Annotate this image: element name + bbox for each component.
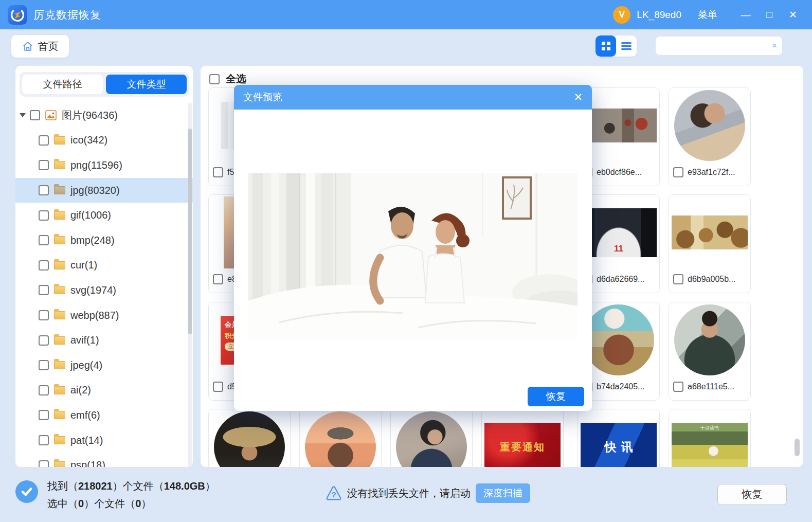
select-all-checkbox[interactable]	[209, 74, 220, 84]
tree-item-avif[interactable]: avif(1)	[15, 328, 193, 353]
tree-checkbox[interactable]	[39, 160, 49, 170]
user-avatar[interactable]: V	[613, 6, 630, 24]
file-card[interactable]: e93af1c72f...	[669, 87, 751, 186]
modal-title: 文件预览	[243, 91, 282, 104]
tree-item-cur[interactable]: cur(1)	[15, 253, 193, 278]
tree-item-label: bmp(248)	[70, 235, 115, 246]
tree-item-label: psp(18)	[70, 459, 105, 467]
app-title: 厉克数据恢复	[33, 8, 101, 22]
modal-recover-button[interactable]: 恢复	[528, 387, 584, 406]
folder-icon	[54, 261, 65, 269]
file-name: a68e111e5...	[688, 382, 734, 391]
tree-item-jpeg[interactable]: jpeg(4)	[15, 353, 193, 378]
thumbnail-food-dishes	[672, 215, 748, 249]
tree-item-gif[interactable]: gif(1006)	[15, 203, 193, 228]
file-name: d6b9a005b...	[688, 275, 735, 284]
file-checkbox[interactable]	[213, 274, 223, 284]
search-input[interactable]	[656, 37, 772, 55]
tree-item-jpg[interactable]: jpg(80320)	[15, 178, 193, 203]
tree-item-images[interactable]: 图片(96436)	[15, 103, 193, 128]
expander-icon[interactable]	[20, 113, 26, 117]
file-checkbox[interactable]	[673, 167, 683, 177]
grid-view-button[interactable]	[596, 35, 616, 57]
tree-checkbox[interactable]	[39, 460, 49, 467]
file-name: d6da62669...	[597, 275, 644, 284]
folder-icon	[54, 461, 65, 467]
list-view-icon	[621, 42, 631, 50]
file-card[interactable]: d6b9a005b...	[669, 194, 751, 293]
folder-icon	[54, 186, 65, 194]
tree-item-ai[interactable]: ai(2)	[15, 378, 193, 403]
found-line: 找到（218021）个文件（148.0GB）	[47, 477, 215, 495]
file-card[interactable]: 十点读书	[669, 409, 751, 467]
tree-item-label: cur(1)	[70, 259, 97, 271]
tree-checkbox[interactable]	[39, 285, 49, 295]
tree-checkbox[interactable]	[39, 235, 49, 245]
tab-file-type[interactable]: 文件类型	[106, 75, 187, 94]
file-card[interactable]	[390, 409, 473, 467]
tree-item-pat[interactable]: pat(14)	[15, 428, 193, 453]
close-button[interactable]: ✕	[784, 9, 802, 21]
tree-item-bmp[interactable]: bmp(248)	[15, 228, 193, 253]
file-card[interactable]: 快讯	[578, 409, 660, 467]
file-card[interactable]: a68e111e5...	[669, 302, 751, 401]
file-checkbox[interactable]	[213, 167, 223, 177]
select-all[interactable]: 全选	[209, 72, 246, 86]
tree-checkbox[interactable]	[39, 385, 49, 395]
tree-checkbox[interactable]	[39, 435, 49, 445]
minimize-button[interactable]: —	[737, 9, 754, 21]
tree-checkbox[interactable]	[39, 335, 49, 346]
thumbnail-notice-banner: 重要通知	[484, 423, 561, 467]
deep-scan-button[interactable]: 深度扫描	[476, 483, 530, 503]
tree-item-label: jpeg(4)	[70, 359, 102, 371]
tree-checkbox[interactable]	[39, 185, 49, 195]
tree-item-webp[interactable]: webp(887)	[15, 303, 193, 328]
menu-button[interactable]: 菜单	[698, 8, 717, 22]
tree-checkbox[interactable]	[39, 210, 49, 221]
tab-file-path[interactable]: 文件路径	[22, 75, 103, 94]
status-bar: 找到（218021）个文件（148.0GB） 选中（0）个文件（0） ? 没有找…	[0, 467, 812, 522]
tree-item-png[interactable]: png(11596)	[15, 153, 193, 178]
recover-button[interactable]: 恢复	[717, 484, 787, 505]
file-name: f5	[227, 168, 234, 177]
thumbnail-news-banner: 快讯	[581, 423, 657, 467]
tree-checkbox-images[interactable]	[30, 110, 40, 120]
file-checkbox[interactable]	[673, 382, 683, 392]
sidebar-scrollbar-thumb[interactable]	[188, 129, 192, 334]
sidebar-scrollbar[interactable]	[188, 103, 192, 467]
tree-checkbox[interactable]	[39, 260, 49, 271]
tree-checkbox[interactable]	[39, 310, 49, 320]
home-icon	[22, 41, 33, 52]
file-name: e93af1c72f...	[688, 168, 735, 177]
home-button[interactable]: 首页	[11, 35, 69, 58]
file-checkbox[interactable]	[673, 274, 683, 284]
tree-item-label: pat(14)	[70, 435, 103, 446]
file-card[interactable]	[299, 409, 382, 467]
tree-item-psp[interactable]: psp(18)	[15, 453, 193, 467]
folder-icon	[54, 336, 65, 345]
check-circle-icon	[15, 480, 38, 503]
tree-item-label: webp(887)	[70, 310, 119, 321]
tree-item-svg[interactable]: svg(1974)	[15, 278, 193, 303]
file-card[interactable]: 重要通知	[481, 409, 564, 467]
file-name: b74da2405...	[597, 382, 644, 391]
tree-checkbox[interactable]	[39, 360, 49, 370]
tree-checkbox[interactable]	[39, 410, 49, 420]
file-checkbox[interactable]	[213, 382, 223, 392]
tree-checkbox[interactable]	[39, 135, 49, 146]
tree-item-ico[interactable]: ico(342)	[15, 128, 193, 153]
results-scrollbar-thumb[interactable]	[795, 439, 800, 456]
folder-icon	[54, 136, 65, 145]
maximize-button[interactable]: □	[761, 9, 778, 21]
tree-item-label: jpg(80320)	[70, 185, 120, 196]
file-card[interactable]	[208, 409, 291, 467]
home-label: 首页	[38, 40, 59, 53]
search-icon[interactable]	[772, 40, 777, 51]
thumbnail-woman-reading	[583, 304, 654, 375]
tree-item-label: ai(2)	[70, 384, 91, 396]
username[interactable]: LK_89ed0	[637, 9, 681, 21]
preview-image	[248, 173, 578, 339]
list-view-button[interactable]	[616, 35, 637, 57]
close-icon[interactable]: ✕	[573, 91, 583, 103]
tree-item-emf[interactable]: emf(6)	[15, 403, 193, 428]
